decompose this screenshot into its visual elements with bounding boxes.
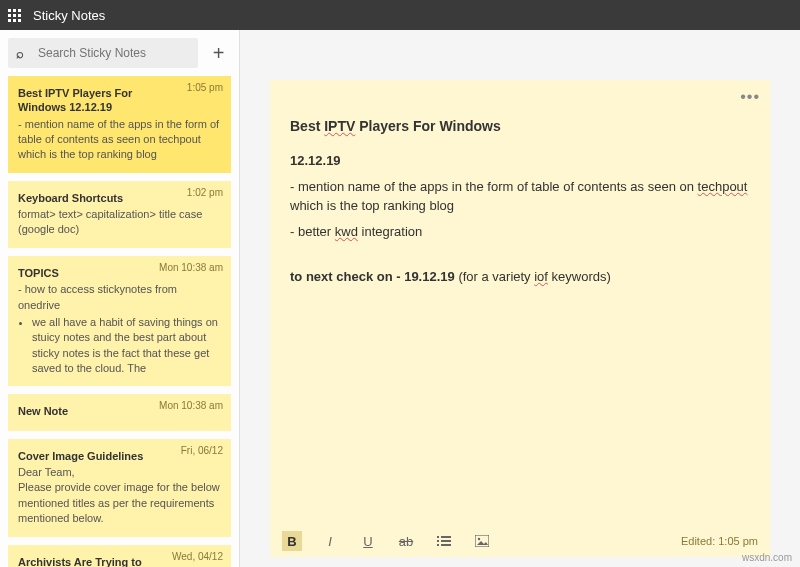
edited-label: Edited: 1:05 pm	[681, 535, 758, 547]
note-time: Fri, 06/12	[181, 445, 223, 456]
note-time: 1:05 pm	[187, 82, 223, 93]
note-time: Mon 10:38 am	[159, 262, 223, 273]
note-item-3[interactable]: Mon 10:38 am New Note	[8, 394, 231, 430]
app-body: ⌕ + 1:05 pm Best IPTV Players For Window…	[0, 30, 800, 567]
detail-line2: - better kwd integration	[290, 222, 750, 242]
search-row: ⌕ +	[0, 30, 239, 76]
add-note-button[interactable]: +	[206, 39, 231, 67]
note-item-0[interactable]: 1:05 pm Best IPTV Players For Windows 12…	[8, 76, 231, 173]
note-item-1[interactable]: 1:02 pm Keyboard Shortcuts format> text>…	[8, 181, 231, 248]
note-body: - mention name of the apps in the form o…	[18, 117, 221, 163]
main: ••• Best IPTV Players For Windows 12.12.…	[240, 30, 800, 567]
app-title: Sticky Notes	[33, 8, 105, 23]
detail-date: 12.12.19	[290, 151, 750, 171]
italic-button[interactable]: I	[320, 531, 340, 551]
svg-rect-3	[441, 540, 451, 542]
detail-line3: to next check on - 19.12.19 (for a varie…	[290, 267, 750, 287]
search-icon: ⌕	[16, 46, 24, 61]
note-body: Dear Team, Please provide cover image fo…	[18, 465, 221, 527]
search-wrap: ⌕	[8, 38, 198, 68]
note-time: 1:02 pm	[187, 187, 223, 198]
note-content[interactable]: Best IPTV Players For Windows 12.12.19 -…	[270, 110, 770, 525]
svg-rect-4	[437, 544, 439, 546]
list-button[interactable]	[434, 531, 454, 551]
app-menu-icon[interactable]	[8, 9, 21, 22]
note-toolbar: B I U ab Edited: 1:05 pm	[270, 525, 770, 557]
note-item-2[interactable]: Mon 10:38 am TOPICS - how to access stic…	[8, 256, 231, 387]
watermark: wsxdn.com	[742, 552, 792, 563]
note-body: - how to access stickynotes from onedriv…	[18, 282, 221, 376]
note-header: •••	[270, 80, 770, 110]
note-time: Wed, 04/12	[172, 551, 223, 562]
detail-line1: - mention name of the apps in the form o…	[290, 177, 750, 216]
note-pane: ••• Best IPTV Players For Windows 12.12.…	[270, 80, 770, 557]
svg-rect-0	[437, 536, 439, 538]
note-item-4[interactable]: Fri, 06/12 Cover Image Guidelines Dear T…	[8, 439, 231, 537]
note-item-5[interactable]: Wed, 04/12 Archivists Are Trying to Make…	[8, 545, 231, 567]
note-body: format> text> capitalization> title case…	[18, 207, 221, 238]
detail-title: Best IPTV Players For Windows	[290, 116, 750, 137]
svg-point-7	[478, 538, 480, 540]
note-time: Mon 10:38 am	[159, 400, 223, 411]
titlebar: Sticky Notes	[0, 0, 800, 30]
svg-rect-1	[441, 536, 451, 538]
note-menu-icon[interactable]: •••	[740, 88, 760, 106]
svg-rect-6	[475, 535, 489, 547]
bold-button[interactable]: B	[282, 531, 302, 551]
search-input[interactable]	[8, 38, 198, 68]
strikethrough-button[interactable]: ab	[396, 531, 416, 551]
sidebar: ⌕ + 1:05 pm Best IPTV Players For Window…	[0, 30, 240, 567]
underline-button[interactable]: U	[358, 531, 378, 551]
image-button[interactable]	[472, 531, 492, 551]
svg-rect-5	[441, 544, 451, 546]
svg-rect-2	[437, 540, 439, 542]
